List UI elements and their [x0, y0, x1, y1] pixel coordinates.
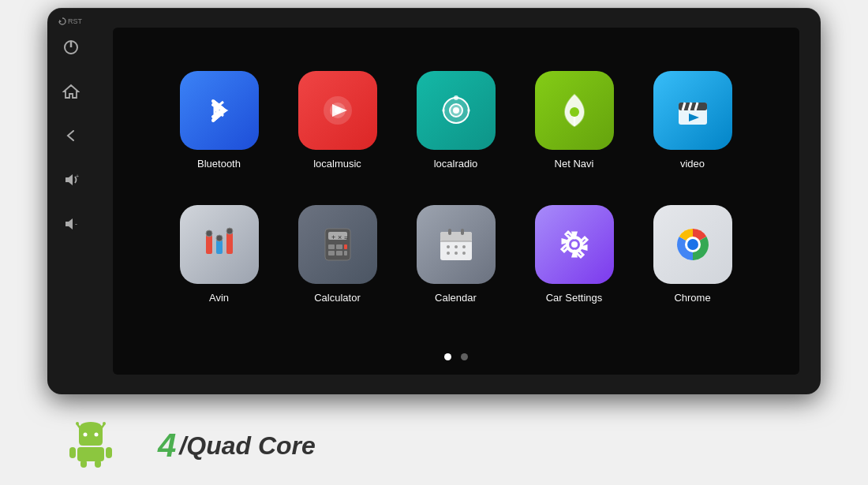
bluetooth-icon [180, 71, 259, 150]
home-button[interactable] [60, 80, 82, 103]
svg-point-50 [447, 245, 450, 248]
svg-text:+: + [76, 173, 79, 179]
svg-rect-48 [440, 232, 472, 241]
screen: Bluetooth localmusic [113, 28, 799, 375]
svg-point-52 [462, 245, 466, 248]
svg-point-35 [226, 228, 233, 234]
svg-text:-: - [75, 220, 77, 228]
svg-marker-0 [59, 20, 62, 23]
avin-label: Avin [209, 292, 229, 304]
app-localmusic[interactable]: localmusic [286, 71, 389, 197]
svg-point-55 [462, 252, 466, 255]
localradio-label: localradio [434, 158, 478, 170]
power-button[interactable] [60, 36, 82, 58]
svg-point-21 [442, 109, 445, 112]
netnavi-label: Net Navi [555, 158, 594, 170]
svg-rect-40 [344, 244, 347, 249]
svg-rect-57 [461, 229, 464, 235]
carsettings-icon [535, 205, 614, 284]
volume-up-button[interactable]: + [60, 169, 82, 191]
svg-rect-39 [336, 244, 342, 249]
svg-point-19 [453, 107, 459, 114]
svg-point-66 [103, 422, 106, 425]
svg-rect-69 [77, 447, 104, 461]
side-controls: RST + - [47, 8, 95, 394]
svg-point-67 [84, 433, 88, 437]
volume-down-button[interactable]: - [60, 213, 82, 235]
svg-rect-38 [328, 244, 335, 249]
svg-point-22 [467, 109, 470, 112]
back-button[interactable] [60, 125, 82, 147]
app-chrome[interactable]: Chrome [642, 205, 744, 331]
page-dot-2[interactable] [461, 353, 468, 360]
quad-core-text: /Quad Core [179, 431, 315, 461]
carsettings-label: Car Settings [546, 292, 603, 304]
quad-core-number: 4 [158, 427, 176, 464]
chrome-icon [653, 205, 732, 284]
app-video[interactable]: video [642, 71, 744, 197]
device-shell: RST + - [47, 8, 821, 394]
svg-rect-73 [95, 460, 101, 468]
svg-rect-31 [216, 240, 223, 254]
app-netnavi[interactable]: Net Navi [523, 71, 626, 197]
quad-core-container: 4 /Quad Core [158, 427, 316, 464]
bottom-section: 4 /Quad Core [47, 402, 821, 477]
app-carsettings[interactable]: Car Settings [523, 205, 626, 331]
svg-rect-42 [336, 251, 342, 256]
avin-icon [180, 205, 259, 284]
svg-rect-32 [226, 233, 233, 254]
app-grid: Bluetooth localmusic [144, 55, 768, 347]
svg-rect-72 [80, 460, 87, 468]
app-calendar[interactable]: Calendar [405, 205, 507, 331]
svg-point-20 [454, 95, 458, 100]
localmusic-icon [298, 71, 377, 150]
localradio-icon [417, 71, 496, 150]
android-logo [63, 414, 126, 477]
svg-point-59 [571, 241, 578, 248]
svg-point-34 [216, 235, 223, 241]
svg-point-62 [687, 239, 698, 250]
svg-point-33 [206, 230, 212, 237]
calculator-icon: + × = [298, 205, 377, 284]
svg-point-68 [95, 433, 99, 437]
svg-marker-4 [65, 174, 73, 185]
page-indicators [444, 353, 468, 360]
rst-label: RST [58, 17, 82, 25]
app-avin[interactable]: Avin [168, 205, 271, 331]
svg-point-23 [570, 107, 579, 117]
svg-point-54 [455, 252, 458, 255]
svg-text:×: × [338, 233, 342, 241]
svg-point-53 [447, 252, 450, 255]
svg-text:=: = [344, 233, 348, 241]
svg-rect-71 [106, 447, 112, 458]
localmusic-label: localmusic [313, 158, 361, 170]
svg-marker-7 [65, 218, 73, 229]
calendar-label: Calendar [435, 292, 477, 304]
netnavi-icon [535, 71, 614, 150]
video-label: video [680, 158, 705, 170]
app-bluetooth[interactable]: Bluetooth [168, 71, 271, 197]
video-icon [653, 71, 732, 150]
page-dot-1[interactable] [444, 353, 451, 360]
svg-rect-70 [69, 447, 76, 458]
app-calculator[interactable]: + × = Calculator [286, 205, 389, 331]
svg-rect-43 [344, 251, 347, 256]
svg-point-64 [76, 422, 79, 425]
svg-rect-41 [328, 251, 335, 256]
bluetooth-label: Bluetooth [197, 158, 241, 170]
svg-rect-56 [448, 229, 451, 235]
app-localradio[interactable]: localradio [405, 71, 507, 197]
chrome-label: Chrome [674, 292, 710, 304]
calculator-label: Calculator [314, 292, 361, 304]
svg-marker-3 [64, 85, 78, 98]
svg-rect-30 [206, 235, 212, 254]
svg-point-51 [455, 245, 458, 248]
calendar-icon [417, 205, 496, 284]
svg-text:+: + [331, 233, 335, 241]
